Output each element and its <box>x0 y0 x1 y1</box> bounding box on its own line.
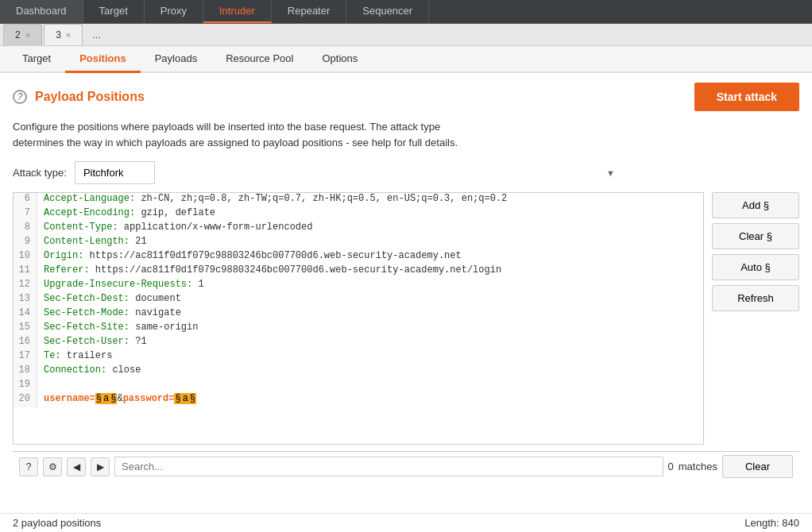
tab-3[interactable]: 3 × <box>44 24 83 45</box>
search-forward-icon[interactable]: ▶ <box>91 457 110 476</box>
tab-options[interactable]: Options <box>307 46 372 73</box>
line-number: 12 <box>14 279 37 293</box>
table-row: 17Te: trailers <box>14 350 703 364</box>
tab-bar: 2 × 3 × ... <box>0 24 812 46</box>
table-row: 18Connection: close <box>14 364 703 379</box>
tab-target[interactable]: Target <box>8 46 65 73</box>
tab-3-close[interactable]: × <box>66 30 71 40</box>
attack-type-select[interactable]: Sniper Battering ram Pitchfork Cluster b… <box>75 161 155 184</box>
top-nav: Dashboard Target Proxy Intruder Repeater… <box>0 0 812 24</box>
line-content: Upgrade-Insecure-Requests: 1 <box>37 279 204 293</box>
table-row: 8Content-Type: application/x-www-form-ur… <box>14 222 703 236</box>
line-number: 8 <box>14 222 37 236</box>
table-row: 16Sec-Fetch-User: ?1 <box>14 336 703 350</box>
tab-ellipsis[interactable]: ... <box>84 24 109 45</box>
header-row: ? Payload Positions Start attack <box>13 83 799 111</box>
table-row: 19 <box>14 379 703 393</box>
line-content <box>37 379 44 393</box>
line-number: 20 <box>14 393 37 407</box>
nav-intruder[interactable]: Intruder <box>203 0 272 23</box>
line-content: Connection: close <box>37 364 141 379</box>
search-results-area: 0 matches Clear <box>668 455 793 478</box>
line-content: Origin: https://ac811f0d1f079c98803246bc… <box>37 250 462 264</box>
code-editor[interactable]: 6Accept-Language: zh-CN, zh;q=0.8, zh-TW… <box>13 192 704 445</box>
sub-tabs: Target Positions Payloads Resource Pool … <box>0 46 812 73</box>
table-row: 11Referer: https://ac811f0d1f079c9880324… <box>14 264 703 279</box>
section-title: Payload Positions <box>35 90 145 104</box>
line-number: 15 <box>14 322 37 336</box>
description: Configure the positions where payloads w… <box>13 119 799 150</box>
attack-type-label: Attack type: <box>13 167 67 179</box>
matches-count: 0 <box>668 461 674 472</box>
line-content: Sec-Fetch-Site: same-origin <box>37 322 198 336</box>
line-number: 16 <box>14 336 37 350</box>
search-settings-icon[interactable]: ⚙ <box>43 457 62 476</box>
table-row: 12Upgrade-Insecure-Requests: 1 <box>14 279 703 293</box>
payload-positions-text: 2 payload positions <box>13 517 101 529</box>
line-content: Te: trailers <box>37 350 112 364</box>
attack-type-wrapper: Sniper Battering ram Pitchfork Cluster b… <box>75 161 623 184</box>
tab-resource-pool[interactable]: Resource Pool <box>211 46 307 73</box>
nav-dashboard[interactable]: Dashboard <box>0 0 83 23</box>
tab-payloads[interactable]: Payloads <box>141 46 211 73</box>
editor-buttons: Add § Clear § Auto § Refresh <box>712 192 799 445</box>
auto-section-button[interactable]: Auto § <box>712 254 799 280</box>
table-row: 13Sec-Fetch-Dest: document <box>14 293 703 307</box>
tab-2[interactable]: 2 × <box>3 24 42 45</box>
search-row: ? ⚙ ◀ ▶ 0 matches Clear <box>13 451 799 481</box>
line-number: 9 <box>14 236 37 250</box>
tab-2-label: 2 <box>15 29 21 40</box>
nav-sequencer[interactable]: Sequencer <box>346 0 429 23</box>
editor-area: 6Accept-Language: zh-CN, zh;q=0.8, zh-TW… <box>13 192 799 445</box>
line-number: 11 <box>14 264 37 279</box>
attack-type-row: Attack type: Sniper Battering ram Pitchf… <box>13 161 799 184</box>
help-icon-header[interactable]: ? <box>13 90 27 104</box>
nav-target[interactable]: Target <box>83 0 145 23</box>
line-number: 19 <box>14 379 37 393</box>
line-content: Sec-Fetch-User: ?1 <box>37 336 147 350</box>
main-content: ? Payload Positions Start attack Configu… <box>0 73 812 513</box>
line-content: Accept-Language: zh-CN, zh;q=0.8, zh-TW;… <box>37 193 507 207</box>
refresh-button[interactable]: Refresh <box>712 285 799 311</box>
line-number: 7 <box>14 207 37 222</box>
table-row: 7Accept-Encoding: gzip, deflate <box>14 207 703 222</box>
table-row: 10Origin: https://ac811f0d1f079c98803246… <box>14 250 703 264</box>
length-text: Length: 840 <box>744 517 799 529</box>
line-content: Referer: https://ac811f0d1f079c98803246b… <box>37 264 501 279</box>
line-content: Accept-Encoding: gzip, deflate <box>37 207 215 222</box>
add-section-button[interactable]: Add § <box>712 192 799 218</box>
search-back-icon[interactable]: ◀ <box>67 457 86 476</box>
table-row: 14Sec-Fetch-Mode: navigate <box>14 307 703 322</box>
tab-positions[interactable]: Positions <box>65 46 141 73</box>
table-row: 15Sec-Fetch-Site: same-origin <box>14 322 703 336</box>
tab-2-close[interactable]: × <box>25 30 30 40</box>
line-content: Content-Type: application/x-www-form-url… <box>37 222 312 236</box>
nav-proxy[interactable]: Proxy <box>145 0 203 23</box>
nav-repeater[interactable]: Repeater <box>272 0 346 23</box>
start-attack-button[interactable]: Start attack <box>694 83 799 111</box>
clear-section-button[interactable]: Clear § <box>712 223 799 249</box>
table-row: 20username=§a§&password=§a§ <box>14 393 703 407</box>
line-number: 14 <box>14 307 37 322</box>
line-number: 13 <box>14 293 37 307</box>
search-help-icon[interactable]: ? <box>19 457 38 476</box>
bottom-bar: 2 payload positions Length: 840 <box>0 513 812 532</box>
line-content: Content-Length: 21 <box>37 236 147 250</box>
line-number: 18 <box>14 364 37 379</box>
table-row: 9Content-Length: 21 <box>14 236 703 250</box>
clear-button-search[interactable]: Clear <box>722 455 793 478</box>
table-row: 6Accept-Language: zh-CN, zh;q=0.8, zh-TW… <box>14 193 703 207</box>
line-number: 10 <box>14 250 37 264</box>
tab-3-label: 3 <box>56 29 61 40</box>
line-content: username=§a§&password=§a§ <box>37 393 196 407</box>
line-number: 17 <box>14 350 37 364</box>
line-content: Sec-Fetch-Mode: navigate <box>37 307 181 322</box>
matches-label: matches <box>679 461 717 472</box>
line-number: 6 <box>14 193 37 207</box>
search-input[interactable] <box>114 457 663 476</box>
line-content: Sec-Fetch-Dest: document <box>37 293 181 307</box>
page-wrapper: Dashboard Target Proxy Intruder Repeater… <box>0 0 812 532</box>
